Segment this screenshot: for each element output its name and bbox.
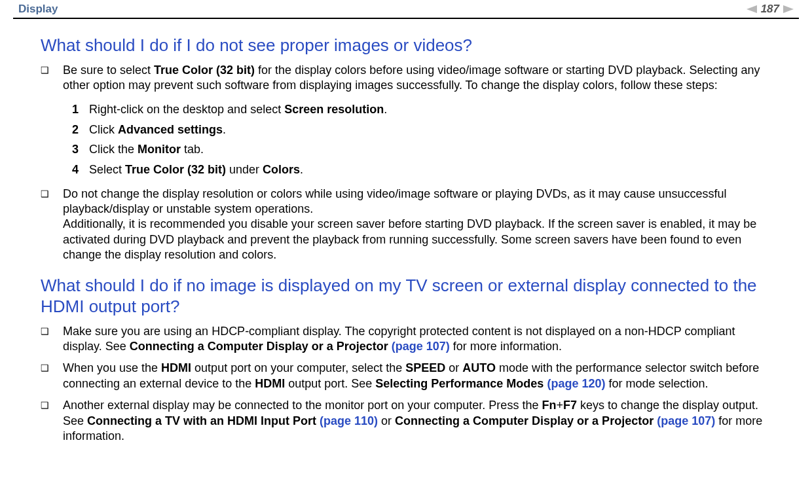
- list-item: 2 Click Advanced settings.: [72, 120, 771, 140]
- page-link-120[interactable]: (page 120): [547, 377, 605, 390]
- section-title-1: What should I do if I do not see proper …: [41, 35, 771, 56]
- next-page-icon[interactable]: [783, 5, 794, 13]
- bullet-item: ❑ Do not change the display resolution o…: [41, 187, 771, 263]
- page-header: Display 187: [0, 0, 812, 18]
- page-link-107[interactable]: (page 107): [392, 340, 450, 353]
- list-item: 1 Right-click on the desktop and select …: [72, 99, 771, 120]
- bullet-item: ❑ Another external display may be connec…: [41, 398, 771, 444]
- bullet-icon: ❑: [41, 187, 63, 263]
- section-title-2: What should I do if no image is displaye…: [41, 275, 771, 317]
- bullet-text: Make sure you are using an HDCP-complian…: [63, 324, 771, 355]
- bullet-icon: ❑: [41, 63, 63, 94]
- bullet-item: ❑ When you use the HDMI output port on y…: [41, 361, 771, 391]
- bullet-icon: ❑: [41, 324, 63, 355]
- bullet-text: Do not change the display resolution or …: [63, 187, 771, 263]
- prev-page-icon[interactable]: [747, 5, 757, 13]
- content-area: What should I do if I do not see proper …: [0, 19, 812, 444]
- numbered-list: 1 Right-click on the desktop and select …: [72, 99, 771, 179]
- page-nav: 187: [747, 3, 794, 16]
- bullet-icon: ❑: [41, 398, 63, 444]
- bullet-text: Be sure to select True Color (32 bit) fo…: [63, 63, 771, 94]
- bullet-text: Another external display may be connecte…: [63, 398, 771, 444]
- list-item: 4 Select True Color (32 bit) under Color…: [72, 160, 771, 180]
- bullet-icon: ❑: [41, 361, 63, 391]
- bullet-item: ❑ Be sure to select True Color (32 bit) …: [41, 63, 771, 94]
- page-number: 187: [761, 3, 779, 16]
- page-link-110[interactable]: (page 110): [320, 414, 378, 427]
- page-link-107b[interactable]: (page 107): [657, 414, 715, 427]
- bullet-text: When you use the HDMI output port on you…: [63, 361, 771, 391]
- list-item: 3 Click the Monitor tab.: [72, 139, 771, 160]
- breadcrumb: Display: [18, 3, 58, 16]
- bullet-item: ❑ Make sure you are using an HDCP-compli…: [41, 324, 771, 355]
